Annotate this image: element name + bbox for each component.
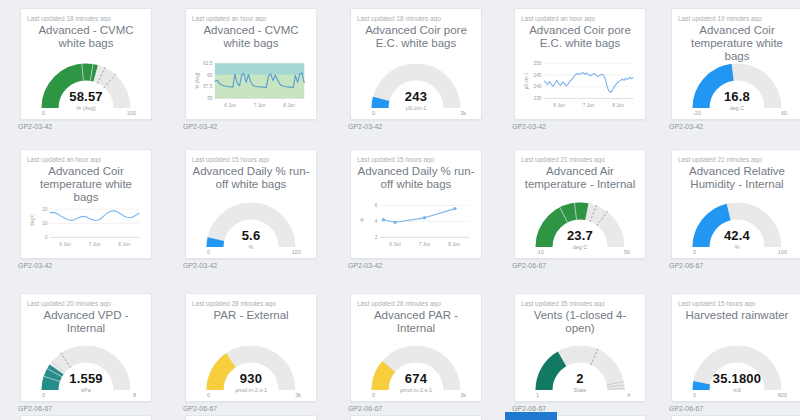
gauge-value: 58.57 — [27, 89, 145, 104]
dashboard-card[interactable]: Last updated 19 minutes ago Advanced Coi… — [671, 8, 800, 120]
dashboard-card[interactable]: Last updated 18 minutes ago Advanced - C… — [20, 8, 152, 120]
dashboard-card[interactable]: Last updated 28 minutes ago Advanced PAR… — [350, 293, 482, 402]
last-updated-text: Last updated 28 minutes ago — [357, 300, 475, 307]
card-body: 674µmol.m-2.s-103k — [357, 335, 475, 398]
gauge-min-label: 0 — [207, 392, 210, 398]
gauge: 930µmol.m-2.s-103k — [192, 334, 310, 398]
line-chart: 62.56057.555% (Avg)6 Jun7 Jun8 Jun — [192, 58, 310, 116]
x-tick-label: 7 Jun — [583, 103, 595, 108]
gauge-value: 1.559 — [27, 371, 145, 386]
dashboard-card[interactable]: Last updated an hour ago Advanced - CVMC… — [185, 8, 317, 120]
last-updated-text: Last updated 19 minutes ago — [678, 15, 796, 22]
gauge-value: 2 — [521, 371, 639, 386]
dashboard-card[interactable]: Last updated an hour ago Advanced Coir t… — [20, 149, 152, 259]
last-updated-text: Last updated 18 minutes ago — [357, 15, 475, 22]
last-updated-text: Last updated 15 hours ago — [357, 156, 475, 163]
gauge-max-label: 3k — [460, 110, 466, 116]
gauge-min-label: 1 — [536, 392, 539, 398]
last-updated-text: Last updated 35 minutes ago — [521, 300, 639, 307]
dashboard-card[interactable]: Last updated 35 minutes ago Vents (1-clo… — [514, 293, 646, 402]
x-tick-label: 8 Jun — [118, 242, 130, 247]
gauge-value: 5.6 — [192, 228, 310, 243]
dashboard-card[interactable]: Last updated 20 minutes ago Advanced VPD… — [20, 293, 152, 402]
dashboard-card[interactable]: Last updated an hour ago Advanced Coir p… — [514, 8, 646, 120]
x-tick-label: 8 Jun — [612, 103, 624, 108]
gauge-min-label: 0 — [372, 392, 375, 398]
x-tick-label: 6 Jun — [59, 242, 71, 247]
partial-card[interactable] — [20, 415, 152, 420]
card-footer-code: GP2-06-67 — [348, 405, 382, 412]
y-axis-title: µS.cm-1 — [524, 72, 529, 89]
x-tick-label: 8 Jun — [448, 242, 460, 247]
y-tick-label: 20 — [42, 207, 48, 212]
gauge-min-label: 0 — [693, 392, 696, 398]
dashboard-card[interactable]: Last updated 15 hours ago Harvested rain… — [671, 293, 800, 402]
card-footer-code: GP2-06-67 — [669, 262, 703, 269]
gauge-max-label: 50 — [624, 249, 630, 255]
card-footer-code: GP2-03-42 — [669, 123, 703, 130]
card-title: Vents (1-closed 4-open) — [521, 309, 639, 335]
dashboard-card[interactable]: Last updated 18 minutes ago Advanced Coi… — [350, 8, 482, 120]
card-body: 642%6 Jun7 Jun8 Jun — [357, 191, 475, 255]
last-updated-text: Last updated 15 hours ago — [192, 156, 310, 163]
card-body: 1.559kPa08 — [27, 335, 145, 398]
y-tick-label: 55 — [207, 96, 213, 101]
gauge: 23.7deg C-1050 — [521, 191, 639, 255]
last-updated-text: Last updated an hour ago — [521, 15, 639, 22]
y-axis-title: % (Avg) — [195, 72, 200, 89]
partial-card[interactable] — [185, 415, 317, 420]
gauge-min-label: -20 — [693, 110, 701, 116]
y-tick-label: 10 — [42, 221, 48, 226]
chart-series-line — [50, 211, 139, 221]
line-chart: 250245240235µS.cm-16 Jun7 Jun8 Jun — [521, 58, 639, 116]
gauge: 35.1800m30600 — [678, 334, 796, 398]
y-tick-label: 240 — [534, 84, 542, 89]
chart-band — [215, 63, 304, 75]
last-updated-text: Last updated 20 minutes ago — [27, 300, 145, 307]
line-chart: 642%6 Jun7 Jun8 Jun — [357, 197, 475, 255]
gauge-max-label: 4 — [627, 392, 630, 398]
y-tick-label: 57.5 — [203, 84, 213, 89]
chart-marker — [423, 216, 426, 219]
card-footer-code: GP2-06-67 — [669, 405, 703, 412]
gauge-value: 243 — [357, 89, 475, 104]
last-updated-text: Last updated 28 minutes ago — [192, 300, 310, 307]
dashboard-card[interactable]: Last updated 28 minutes ago PAR - Extern… — [185, 293, 317, 402]
chart-marker — [382, 218, 385, 221]
gauge-max-label: 100 — [292, 249, 301, 255]
partial-card[interactable] — [671, 415, 800, 420]
card-title: Advanced - CVMC white bags — [27, 24, 145, 50]
card-body: 16.8deg C-2060 — [678, 63, 796, 116]
card-title: Advanced Coir pore E.C. white bags — [521, 24, 639, 50]
gauge-min-label: -10 — [536, 249, 544, 255]
chart-marker — [453, 207, 456, 210]
card-footer-code: GP2-03-42 — [512, 123, 546, 130]
last-updated-text: Last updated 18 minutes ago — [27, 15, 145, 22]
dashboard-card[interactable]: Last updated 21 minutes ago Advanced Rel… — [671, 149, 800, 259]
gauge: 243µS.cm-103k — [357, 52, 475, 116]
gauge-min-label: 0 — [42, 110, 45, 116]
line-chart: 20100deg C6 Jun7 Jun8 Jun — [27, 204, 145, 255]
x-tick-label: 6 Jun — [389, 242, 401, 247]
gauge-value: 674 — [357, 371, 475, 386]
gauge-max-label: 3k — [460, 392, 466, 398]
gauge-min-label: 0 — [372, 110, 375, 116]
card-title: PAR - External — [192, 309, 310, 322]
gauge: 2State14 — [521, 335, 639, 398]
y-tick-label: 60 — [207, 73, 213, 78]
gauge-max-label: 600 — [778, 392, 787, 398]
card-title: Harvested rainwater — [678, 309, 796, 322]
gauge-min-label: 0 — [42, 392, 45, 398]
last-updated-text: Last updated an hour ago — [192, 15, 310, 22]
dashboard-card[interactable]: Last updated 21 minutes ago Advanced Air… — [514, 149, 646, 259]
gauge-value: 930 — [192, 371, 310, 386]
gauge-value: 23.7 — [521, 228, 639, 243]
x-tick-label: 7 Jun — [254, 103, 266, 108]
card-title: Advanced - CVMC white bags — [192, 24, 310, 50]
partial-card[interactable] — [350, 415, 482, 420]
dashboard-card[interactable]: Last updated 15 hours ago Advanced Daily… — [350, 149, 482, 259]
x-tick-label: 8 Jun — [283, 103, 295, 108]
dashboard-card[interactable]: Last updated 15 hours ago Advanced Daily… — [185, 149, 317, 259]
card-footer-code: GP2-06-67 — [18, 405, 52, 412]
card-footer-code: GP2-03-42 — [348, 262, 382, 269]
